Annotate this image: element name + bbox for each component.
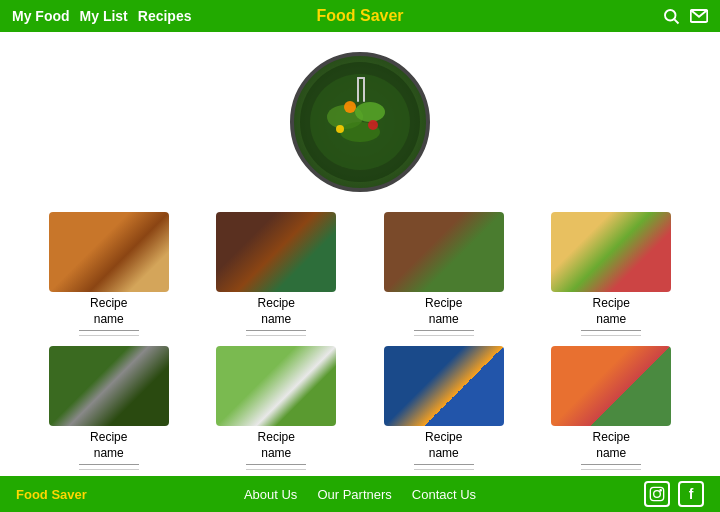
food-image-6[interactable]: [216, 346, 336, 426]
food-card-5: Recipename: [30, 346, 188, 470]
food-label-7: Recipename: [425, 430, 462, 461]
footer-partners[interactable]: Our Partners: [317, 487, 391, 502]
divider-7a: [414, 464, 474, 465]
svg-point-6: [355, 102, 385, 122]
food-image-2[interactable]: [216, 212, 336, 292]
divider-8b: [581, 469, 641, 470]
food-image-3[interactable]: [384, 212, 504, 292]
instagram-icon[interactable]: [644, 481, 670, 507]
food-label-2: Recipename: [258, 296, 295, 327]
food-image-1[interactable]: [49, 212, 169, 292]
food-label-4: Recipename: [593, 296, 630, 327]
divider-7b: [414, 469, 474, 470]
food-card-6: Recipename: [198, 346, 356, 470]
svg-rect-12: [363, 77, 365, 102]
divider-2b: [246, 335, 306, 336]
divider-2a: [246, 330, 306, 331]
search-button[interactable]: [662, 7, 680, 25]
divider-5b: [79, 469, 139, 470]
divider-5a: [79, 464, 139, 465]
food-card-3: Recipename: [365, 212, 523, 336]
nav-links: My Food My List Recipes: [12, 8, 191, 24]
facebook-icon[interactable]: f: [678, 481, 704, 507]
divider-3b: [414, 335, 474, 336]
food-card-2: Recipename: [198, 212, 356, 336]
svg-rect-13: [357, 77, 365, 79]
footer-about[interactable]: About Us: [244, 487, 297, 502]
food-image-7[interactable]: [384, 346, 504, 426]
svg-point-0: [665, 10, 676, 21]
food-image-8[interactable]: [551, 346, 671, 426]
nav-my-list[interactable]: My List: [80, 8, 128, 24]
hero-food-svg: [295, 57, 425, 187]
food-label-1: Recipename: [90, 296, 127, 327]
footer-brand: Food Saver: [16, 487, 87, 502]
divider-4a: [581, 330, 641, 331]
food-card-1: Recipename: [30, 212, 188, 336]
food-image-5[interactable]: [49, 346, 169, 426]
hero-section: [0, 32, 720, 202]
svg-rect-14: [650, 487, 663, 500]
footer-contact[interactable]: Contact Us: [412, 487, 476, 502]
hero-image: [290, 52, 430, 192]
footer-links: About Us Our Partners Contact Us: [244, 487, 476, 502]
footer-social: f: [644, 481, 704, 507]
nav-recipes[interactable]: Recipes: [138, 8, 192, 24]
food-card-7: Recipename: [365, 346, 523, 470]
nav-icons: [662, 7, 708, 25]
svg-line-1: [674, 19, 678, 23]
svg-point-16: [660, 490, 661, 491]
svg-point-10: [336, 125, 344, 133]
divider-1a: [79, 330, 139, 331]
divider-6b: [246, 469, 306, 470]
svg-point-15: [654, 491, 661, 498]
food-label-6: Recipename: [258, 430, 295, 461]
food-card-8: Recipename: [533, 346, 691, 470]
food-label-5: Recipename: [90, 430, 127, 461]
divider-1b: [79, 335, 139, 336]
navbar: My Food My List Recipes Food Saver: [0, 0, 720, 32]
food-label-3: Recipename: [425, 296, 462, 327]
svg-point-8: [344, 101, 356, 113]
divider-6a: [246, 464, 306, 465]
app-title: Food Saver: [316, 7, 403, 25]
search-icon: [662, 7, 680, 25]
food-grid: Recipename Recipename Recipename Recipen…: [0, 202, 720, 480]
svg-rect-11: [357, 77, 359, 102]
divider-3a: [414, 330, 474, 331]
mail-icon: [690, 9, 708, 23]
svg-point-9: [368, 120, 378, 130]
mail-button[interactable]: [690, 9, 708, 23]
food-label-8: Recipename: [593, 430, 630, 461]
footer: Food Saver About Us Our Partners Contact…: [0, 476, 720, 512]
food-card-4: Recipename: [533, 212, 691, 336]
food-image-4[interactable]: [551, 212, 671, 292]
divider-4b: [581, 335, 641, 336]
nav-my-food[interactable]: My Food: [12, 8, 70, 24]
divider-8a: [581, 464, 641, 465]
